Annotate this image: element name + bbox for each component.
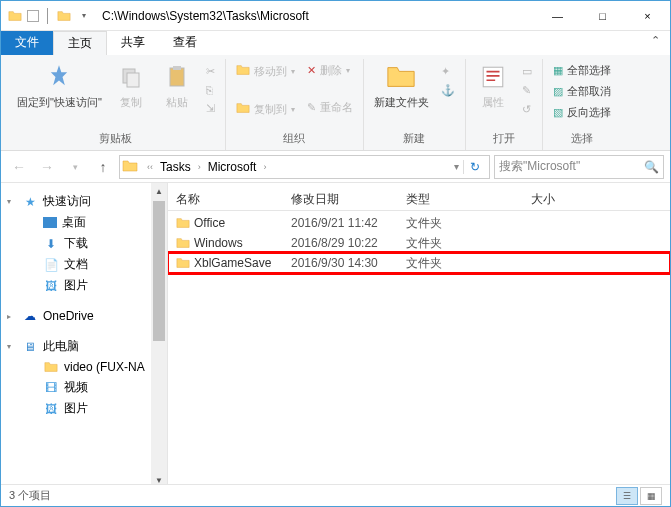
recent-dropdown[interactable]: ▾ (63, 155, 87, 179)
nav-video-network[interactable]: video (FUX-NA (1, 357, 167, 377)
pin-icon (43, 61, 75, 93)
newfolder-icon (385, 61, 417, 93)
open-button[interactable]: ▭ (518, 63, 536, 80)
content-area: 名称 修改日期 类型 大小 Office2016/9/21 11:42文件夹Wi… (168, 183, 670, 488)
cut-button[interactable]: ✂ (202, 63, 219, 80)
tab-share[interactable]: 共享 (107, 31, 159, 55)
col-type[interactable]: 类型 (398, 191, 523, 208)
selectnone-button[interactable]: ▨全部取消 (549, 82, 615, 101)
ribbon-group-open: 属性 ▭ ✎ ↺ 打开 (466, 59, 543, 150)
item-count: 3 个项目 (9, 488, 51, 503)
pin-quickaccess-button[interactable]: 固定到"快速访问" (13, 59, 106, 112)
col-size[interactable]: 大小 (523, 191, 583, 208)
breadcrumb-item[interactable]: Microsoft (204, 160, 261, 174)
navpane-scrollbar[interactable]: ▲ ▼ (151, 183, 167, 488)
file-row[interactable]: Windows2016/8/29 10:22文件夹 (168, 233, 670, 253)
file-type-cell: 文件夹 (398, 235, 523, 252)
tab-file[interactable]: 文件 (1, 31, 53, 55)
expand-icon[interactable]: ▾ (7, 342, 17, 351)
address-bar: ← → ▾ ↑ ‹‹ Tasks › Microsoft › ▾ ↻ 搜索"Mi… (1, 151, 670, 183)
newfolder-button[interactable]: 新建文件夹 (370, 59, 433, 112)
file-row[interactable]: XblGameSave2016/9/30 14:30文件夹 (168, 253, 670, 273)
column-headers: 名称 修改日期 类型 大小 (168, 183, 670, 211)
view-details-button[interactable]: ☰ (616, 487, 638, 505)
nav-videos[interactable]: 🎞视频 (1, 377, 167, 398)
nav-onedrive[interactable]: ▸☁OneDrive (1, 306, 167, 326)
downloads-icon: ⬇ (43, 236, 59, 252)
history-icon: ↺ (522, 103, 531, 116)
search-icon[interactable]: 🔍 (644, 160, 659, 174)
file-row[interactable]: Office2016/9/21 11:42文件夹 (168, 213, 670, 233)
shortcut-icon: ⇲ (206, 102, 215, 115)
moveto-button[interactable]: 移动到 ▾ (232, 61, 299, 81)
col-name[interactable]: 名称 (168, 191, 283, 208)
scroll-thumb[interactable] (153, 201, 165, 341)
selectall-icon: ▦ (553, 64, 563, 77)
up-button[interactable]: ↑ (91, 155, 115, 179)
scroll-up-icon[interactable]: ▲ (151, 183, 167, 199)
copy-button[interactable]: 复制 (110, 59, 152, 112)
nav-documents[interactable]: 📄文档 (1, 254, 167, 275)
edit-icon: ✎ (522, 84, 531, 97)
copy-label: 复制 (120, 95, 142, 110)
file-name-cell: Office (168, 216, 283, 230)
nav-quickaccess[interactable]: ▾★快速访问 (1, 191, 167, 212)
easyaccess-icon: ⚓ (441, 84, 455, 97)
copy-icon (115, 61, 147, 93)
star-icon: ★ (22, 194, 38, 210)
breadcrumb-item[interactable]: Tasks (156, 160, 195, 174)
refresh-button[interactable]: ↻ (463, 160, 487, 174)
view-icons-button[interactable]: ▦ (640, 487, 662, 505)
edit-button[interactable]: ✎ (518, 82, 536, 99)
maximize-button[interactable]: □ (580, 1, 625, 30)
close-button[interactable]: × (625, 1, 670, 30)
navigation-pane: ▾★快速访问 桌面 ⬇下载 📄文档 🖼图片 ▸☁OneDrive ▾🖥此电脑 v… (1, 183, 168, 488)
invert-button[interactable]: ▧反向选择 (549, 103, 615, 122)
address-dropdown-icon[interactable]: ▾ (454, 161, 463, 172)
paste-button[interactable]: 粘贴 (156, 59, 198, 112)
view-buttons: ☰ ▦ (616, 487, 662, 505)
easyaccess-button[interactable]: ⚓ (437, 82, 459, 99)
nav-pictures-pc[interactable]: 🖼图片 (1, 398, 167, 419)
properties-button[interactable]: 属性 (472, 59, 514, 112)
forward-button[interactable]: → (35, 155, 59, 179)
window-title: C:\Windows\System32\Tasks\Microsoft (98, 9, 535, 23)
nav-thispc[interactable]: ▾🖥此电脑 (1, 336, 167, 357)
file-date-cell: 2016/9/21 11:42 (283, 216, 398, 230)
svg-rect-3 (173, 66, 181, 70)
copypath-button[interactable]: ⎘ (202, 82, 219, 98)
delete-button[interactable]: ✕删除 ▾ (303, 61, 357, 80)
chevron-right-icon[interactable]: › (260, 162, 269, 172)
qat-dropdown-icon[interactable]: ▾ (76, 8, 92, 24)
chevron-right-icon[interactable]: › (195, 162, 204, 172)
ribbon-collapse-icon[interactable]: ⌃ (641, 31, 670, 55)
copyto-button[interactable]: 复制到 ▾ (232, 99, 299, 119)
tab-home[interactable]: 主页 (53, 31, 107, 55)
col-date[interactable]: 修改日期 (283, 191, 398, 208)
selectall-button[interactable]: ▦全部选择 (549, 61, 615, 80)
back-button[interactable]: ← (7, 155, 31, 179)
properties-icon[interactable] (27, 10, 39, 22)
folder-small-icon (56, 8, 72, 24)
nav-pictures[interactable]: 🖼图片 (1, 275, 167, 296)
onedrive-icon: ☁ (22, 308, 38, 324)
chevron-icon[interactable]: ‹‹ (144, 162, 156, 172)
folder-icon (176, 236, 190, 250)
nav-downloads[interactable]: ⬇下载 (1, 233, 167, 254)
minimize-button[interactable]: — (535, 1, 580, 30)
breadcrumb-bar[interactable]: ‹‹ Tasks › Microsoft › ▾ ↻ (119, 155, 490, 179)
window-controls: — □ × (535, 1, 670, 30)
select-group-label: 选择 (571, 129, 593, 150)
file-type-cell: 文件夹 (398, 215, 523, 232)
ribbon: 固定到"快速访问" 复制 粘贴 ✂ ⎘ ⇲ 剪贴板 移动到 ▾ 复制到 ▾ (1, 55, 670, 151)
history-button[interactable]: ↺ (518, 101, 536, 118)
expand-icon[interactable]: ▾ (7, 197, 17, 206)
expand-icon[interactable]: ▸ (7, 312, 17, 321)
rename-button[interactable]: ✎重命名 (303, 98, 357, 117)
search-input[interactable]: 搜索"Microsoft" 🔍 (494, 155, 664, 179)
nav-desktop[interactable]: 桌面 (1, 212, 167, 233)
newitem-button[interactable]: ✦ (437, 63, 459, 80)
paste-shortcut-button[interactable]: ⇲ (202, 100, 219, 117)
ribbon-group-select: ▦全部选择 ▨全部取消 ▧反向选择 选择 (543, 59, 621, 150)
tab-view[interactable]: 查看 (159, 31, 211, 55)
